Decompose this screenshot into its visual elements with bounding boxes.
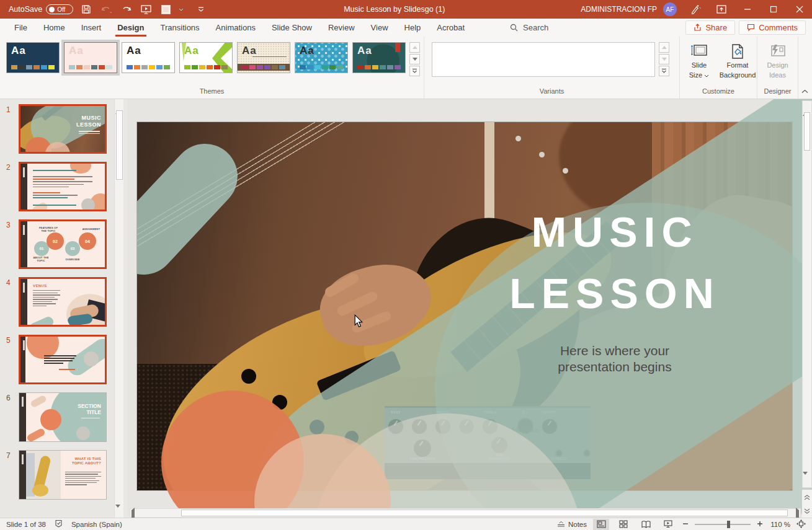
scroll-down-button[interactable] [803, 475, 811, 486]
reading-view-button[interactable] [638, 519, 654, 530]
tab-acrobat[interactable]: Acrobat [429, 20, 473, 36]
swatch [357, 65, 364, 69]
comments-button[interactable]: Comments [739, 20, 806, 35]
swatch [279, 65, 285, 69]
format-background-button[interactable]: Format Background [720, 42, 756, 79]
slide-thumbnail-7[interactable]: 7 WHAT IS THIS TOPIC ABOUT? [4, 450, 128, 500]
slide-counter[interactable]: Slide 1 of 38 [6, 521, 46, 528]
horizontal-scrollbar[interactable] [130, 508, 801, 518]
design-ideas-button[interactable]: Design Ideas [760, 42, 796, 79]
collapse-ribbon-button[interactable] [801, 85, 808, 96]
start-slideshow-button[interactable] [139, 2, 153, 16]
tab-design[interactable]: Design [109, 20, 152, 36]
slide-thumbnail-1[interactable]: 1 MUSICLESSON [4, 104, 128, 154]
ribbon-design: Aa Aa Aa Aa [0, 37, 812, 99]
scroll-up-icon [662, 46, 667, 49]
title-text-block[interactable]: MUSIC LESSON Here is where yourpresentat… [410, 201, 812, 375]
scroll-up-button[interactable] [115, 100, 123, 109]
swatch [322, 65, 328, 69]
autosave-pill[interactable]: Off [46, 4, 73, 14]
variants-more-button[interactable] [659, 66, 669, 76]
theme-thumbnail-4[interactable]: Aa [179, 42, 233, 73]
tab-slide-show[interactable]: Slide Show [264, 20, 320, 36]
tab-help[interactable]: Help [396, 20, 429, 36]
slide-canvas[interactable]: BASS MIDDLE TREBLE D.I. OUTPUT Ashdown C… [128, 99, 812, 518]
maximize-button[interactable] [761, 0, 786, 19]
scrollbar-thumb[interactable] [181, 510, 788, 516]
redo-button[interactable] [119, 2, 133, 16]
zoom-slider-thumb[interactable] [727, 521, 730, 528]
slide-sorter-view-button[interactable] [615, 519, 631, 530]
language-indicator[interactable]: Spanish (Spain) [71, 521, 122, 528]
chevron-down-icon [179, 8, 184, 11]
swatch [315, 65, 321, 69]
next-slide-button[interactable] [804, 505, 810, 516]
tab-file[interactable]: File [6, 20, 35, 36]
variants-scroll-up-button[interactable] [659, 42, 669, 53]
scroll-down-icon [662, 58, 667, 61]
avatar[interactable]: AF [663, 2, 677, 16]
theme-thumbnail-7[interactable]: Aa [352, 42, 406, 73]
theme-thumbnail-3[interactable]: Aa [122, 42, 175, 73]
undo-button[interactable] [99, 2, 113, 16]
variants-gallery[interactable] [432, 42, 655, 77]
vertical-scrollbar[interactable] [802, 100, 812, 488]
variants-scroll-down-button[interactable] [659, 54, 669, 64]
slide-1-preview: MUSICLESSON [20, 106, 105, 152]
fit-slide-button[interactable] [796, 519, 806, 529]
quick-swatch-button[interactable] [159, 2, 172, 16]
notes-button[interactable]: Notes [557, 521, 587, 528]
slide-1-editor[interactable]: BASS MIDDLE TREBLE D.I. OUTPUT Ashdown C… [137, 122, 792, 490]
previous-slide-button[interactable] [804, 492, 810, 503]
scrollbar-thumb[interactable] [116, 110, 123, 180]
ribbon-display-options-button[interactable] [709, 0, 734, 19]
tab-home[interactable]: Home [35, 20, 73, 36]
theme-thumbnail-6[interactable]: Aa [295, 42, 348, 73]
themes-scroll-up-button[interactable] [409, 42, 420, 53]
chevron-up-icon [801, 89, 808, 94]
tab-animations[interactable]: Animations [208, 20, 264, 36]
toggle-knob-icon [49, 7, 55, 12]
customize-qat-button[interactable] [194, 2, 208, 16]
slide-thumbnail-4[interactable]: 4 VENUS [4, 277, 128, 327]
swatch [264, 65, 270, 69]
slide-thumbnail-2[interactable]: 2 [4, 162, 128, 211]
theme-thumbnail-5[interactable]: Aa [237, 42, 290, 73]
zoom-out-button[interactable] [682, 521, 689, 528]
theme-thumbnail-2-selected[interactable]: Aa [64, 42, 117, 73]
slide-thumbnail-3[interactable]: 3 FEATURES OF THE TOPIC ASSIGNMENT 01 02… [4, 219, 128, 269]
slide-thumbnail-6[interactable]: 6 SECTIONTITLE [4, 392, 128, 442]
themes-more-button[interactable] [409, 66, 420, 76]
normal-view-button[interactable] [593, 519, 609, 530]
tab-insert[interactable]: Insert [73, 20, 110, 36]
tab-review[interactable]: Review [320, 20, 363, 36]
zoom-slider[interactable] [695, 524, 751, 525]
scrollbar-thumb[interactable] [804, 112, 810, 151]
scroll-down-button[interactable] [115, 508, 123, 516]
slide-thumbnail-5[interactable]: 5 [4, 335, 128, 384]
zoom-level[interactable]: 110 % [769, 521, 790, 528]
autosave-toggle[interactable]: AutoSave Off [9, 4, 73, 14]
thumbnail-scrollbar[interactable] [114, 99, 123, 518]
swatch [69, 65, 75, 69]
minimize-button[interactable] [735, 0, 760, 19]
spell-check-button[interactable] [55, 519, 63, 529]
theme-thumbnail-1[interactable]: Aa [6, 42, 60, 73]
scroll-right-button[interactable] [796, 510, 799, 518]
search-box[interactable]: Search [510, 23, 548, 32]
swatch-dropdown[interactable] [174, 2, 188, 16]
slideshow-view-button[interactable] [660, 519, 676, 530]
scroll-left-button[interactable] [132, 510, 135, 518]
themes-scroll-down-button[interactable] [409, 54, 420, 64]
save-button[interactable] [79, 2, 93, 16]
share-button[interactable]: Share [685, 20, 735, 35]
zoom-in-button[interactable] [757, 521, 763, 528]
account-name[interactable]: ADMINISTRACION FP [581, 5, 657, 14]
tab-view[interactable]: View [363, 20, 396, 36]
sage-pill-shape[interactable] [137, 130, 251, 288]
magic-pen-button[interactable] [683, 0, 708, 19]
swatch [141, 65, 148, 69]
close-button[interactable] [787, 0, 812, 19]
tab-transitions[interactable]: Transitions [153, 20, 208, 36]
slide-size-button[interactable]: Slide Size [681, 42, 717, 79]
